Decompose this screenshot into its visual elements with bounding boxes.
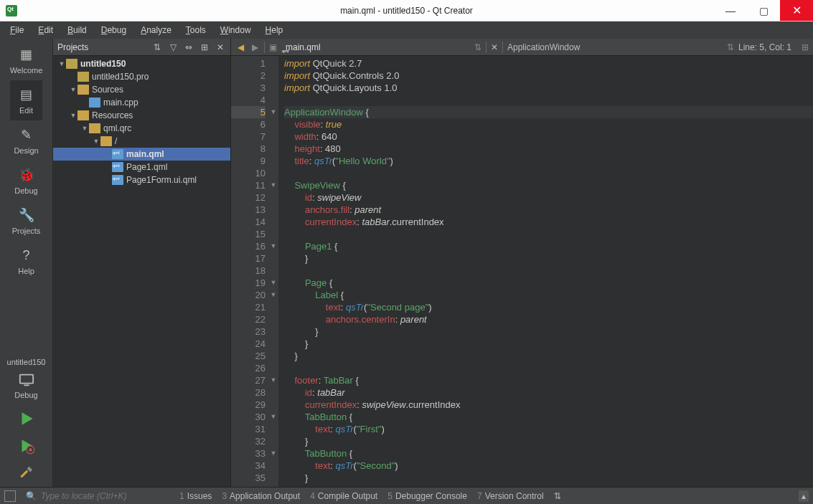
menu-debug[interactable]: Debug [95, 24, 132, 37]
qml-icon [112, 149, 123, 159]
link-icon[interactable]: ⇔ [183, 42, 194, 53]
folder-icon [100, 136, 112, 146]
close-button[interactable]: ✕ [780, 0, 813, 21]
nav-forward-icon[interactable]: ▶ [250, 42, 260, 52]
mode-edit[interactable]: ▤Edit [10, 80, 43, 120]
qml-icon [112, 175, 123, 185]
svg-rect-4 [27, 467, 32, 472]
code-content[interactable]: import QtQuick 2.7import QtQuick.Control… [278, 56, 813, 487]
tree-label: untitled150.pro [92, 72, 149, 82]
chevron-updown-icon[interactable]: ⇅ [474, 42, 481, 52]
mode-help[interactable]: ?Help [10, 241, 43, 281]
mode-projects[interactable]: 🔧Projects [10, 201, 43, 241]
tree-arrow-icon[interactable]: ▼ [69, 86, 77, 93]
menu-window[interactable]: Window [215, 24, 257, 37]
tree-item[interactable]: ▼qml.qrc [53, 122, 230, 135]
tree-label: main.cpp [103, 98, 138, 108]
filter-icon[interactable]: ▽ [167, 42, 179, 53]
tree-label: main.qml [126, 149, 164, 159]
menu-analyze[interactable]: Analyze [135, 24, 177, 37]
chevron-updown-icon[interactable]: ⇅ [151, 42, 163, 53]
document-toolbar: ◀ ▶ ▣ main.qml ⇅ ✕ ApplicationWindow ⇅ L… [231, 39, 813, 56]
output-panel-issues[interactable]: 1 Issues [179, 491, 212, 501]
run-icon[interactable] [17, 409, 36, 428]
locator-input[interactable] [41, 491, 156, 501]
output-panel-application-output[interactable]: 3 Application Output [222, 491, 300, 501]
menu-build[interactable]: Build [62, 24, 93, 37]
window-titlebar: main.qml - untitled150 - Qt Creator — ▢ … [0, 0, 813, 22]
window-title: main.qml - untitled150 - Qt Creator [340, 6, 473, 16]
mode-debug[interactable]: 🐞Debug [10, 161, 43, 201]
menu-help[interactable]: Help [260, 24, 289, 37]
chevron-updown-icon[interactable]: ⇅ [554, 491, 561, 501]
mode-design[interactable]: ✎Design [10, 120, 43, 161]
svg-rect-0 [19, 375, 32, 384]
tree-item[interactable]: ▼Resources [53, 109, 230, 122]
projects-icon: 🔧 [18, 206, 35, 224]
pro-icon [77, 72, 89, 82]
chevron-updown-icon[interactable]: ⇅ [727, 42, 734, 52]
locator[interactable]: 🔍 [26, 491, 169, 501]
kit-name[interactable]: untitled150 [7, 355, 46, 369]
svg-point-3 [29, 448, 32, 451]
tree-arrow-icon[interactable]: ▼ [57, 60, 66, 67]
line-col-indicator[interactable]: Line: 5, Col: 1 [738, 42, 791, 52]
qml-icon [112, 162, 123, 172]
tree-arrow-icon[interactable]: ▼ [80, 125, 89, 132]
tree-arrow-icon[interactable]: ▼ [92, 138, 100, 145]
debug-icon: 🐞 [18, 166, 35, 184]
tree-item[interactable]: Page1Form.ui.qml [53, 173, 230, 186]
build-mode[interactable]: Debug [14, 391, 37, 399]
menu-edit[interactable]: Edit [32, 24, 59, 37]
debug-run-icon[interactable] [17, 437, 36, 455]
fold-gutter[interactable]: ▼▼▼▼▼▼▼▼ [268, 56, 278, 487]
tree-label: Page1.qml [126, 162, 167, 172]
help-icon: ? [18, 247, 35, 264]
menu-tools[interactable]: Tools [180, 24, 212, 37]
split-icon[interactable]: ⊞ [199, 42, 210, 53]
menu-file[interactable]: File [4, 24, 29, 37]
symbol-selector[interactable]: ApplicationWindow [507, 42, 723, 52]
status-bar: 🔍 1 Issues3 Application Output4 Compile … [0, 487, 813, 504]
sidebar-selector[interactable]: Projects [57, 42, 147, 52]
tree-item[interactable]: Page1.qml [53, 161, 230, 173]
split-editor-icon[interactable]: ⊞ [802, 42, 809, 52]
res-icon [89, 123, 100, 133]
monitor-icon[interactable] [17, 372, 36, 388]
bookmark-icon[interactable]: ▣ [269, 42, 277, 52]
tree-item[interactable]: ▼/ [53, 135, 230, 148]
tree-item[interactable]: ▼untitled150 [53, 57, 230, 70]
output-panel-debugger-console[interactable]: 5 Debugger Console [387, 491, 467, 501]
tree-item[interactable]: ▼Sources [53, 83, 230, 96]
folder-icon [77, 85, 89, 95]
expand-output-icon[interactable]: ▴ [799, 490, 809, 502]
close-document-icon[interactable]: ✕ [491, 42, 498, 52]
output-panel-compile-output[interactable]: 4 Compile Output [310, 491, 377, 501]
tree-item[interactable]: main.cpp [53, 96, 230, 109]
tree-label: / [115, 136, 117, 146]
tree-arrow-icon[interactable]: ▼ [69, 112, 77, 119]
tree-label: Resources [92, 110, 133, 120]
document-name[interactable]: main.qml [286, 42, 321, 52]
edit-icon: ▤ [18, 86, 35, 103]
navigation-sidebar: Projects ⇅ ▽ ⇔ ⊞ ✕ ▼untitled150untitled1… [53, 39, 231, 487]
toggle-sidebar-icon[interactable] [4, 490, 16, 502]
mode-bar: ▦Welcome▤Edit✎Design🐞Debug🔧Projects?Help… [0, 39, 53, 487]
cpp-icon [89, 98, 100, 108]
maximize-button[interactable]: ▢ [747, 0, 780, 21]
minimize-button[interactable]: — [714, 0, 747, 21]
code-editor[interactable]: 1234567891011121314151617181920212223242… [231, 56, 813, 487]
tree-item[interactable]: untitled150.pro [53, 70, 230, 83]
close-sidebar-icon[interactable]: ✕ [215, 42, 226, 53]
nav-back-icon[interactable]: ◀ [235, 42, 245, 52]
output-panel-version-control[interactable]: 7 Version Control [477, 491, 544, 501]
line-number-gutter[interactable]: 1234567891011121314151617181920212223242… [231, 56, 268, 487]
tree-item[interactable]: main.qml [53, 148, 230, 161]
editor-area: ◀ ▶ ▣ main.qml ⇅ ✕ ApplicationWindow ⇅ L… [231, 39, 813, 487]
search-icon: 🔍 [26, 491, 37, 501]
mode-welcome[interactable]: ▦Welcome [10, 40, 43, 80]
build-icon[interactable] [17, 464, 36, 482]
project-tree[interactable]: ▼untitled150untitled150.pro▼Sourcesmain.… [53, 56, 230, 487]
sidebar-header: Projects ⇅ ▽ ⇔ ⊞ ✕ [53, 39, 230, 56]
tree-label: qml.qrc [103, 123, 131, 133]
